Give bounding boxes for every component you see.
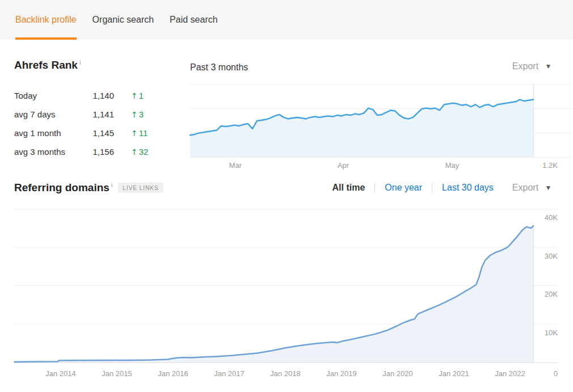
table-row: avg 1 month 1,145 ↑11 (14, 124, 166, 142)
x-axis-line (14, 363, 558, 363)
x-axis-label: Mar (229, 161, 242, 170)
y-axis-zero-label: 0 (554, 369, 558, 378)
arrow-up-icon: ↑ (131, 147, 138, 157)
arrow-up-icon: ↑ (131, 129, 138, 138)
y-axis-label: 10K (545, 328, 558, 337)
stat-change: ↑1 (131, 91, 166, 100)
ahrefs-rank-title-text: Ahrefs Rank (14, 59, 78, 71)
y-axis-label: 40K (545, 213, 558, 222)
stat-label: avg 7 days (14, 109, 85, 119)
tab-backlink-profile[interactable]: Backlink profile (15, 0, 77, 40)
x-axis-label: Jan 2022 (495, 369, 525, 378)
domains-history-svg[interactable] (14, 209, 533, 363)
time-range-filters: All time One year Last 30 days Export ▼ (332, 183, 550, 193)
section-tabbar: Backlink profile Organic search Paid sea… (0, 0, 573, 40)
filter-last-30-days[interactable]: Last 30 days (442, 183, 494, 193)
y-axis-label: 30K (545, 252, 558, 260)
y-axis-max-label: 1.2K (542, 161, 558, 170)
table-row: avg 7 days 1,141 ↑3 (14, 105, 166, 124)
filter-one-year[interactable]: One year (385, 183, 422, 193)
export-dropdown[interactable]: Export ▼ (512, 61, 550, 71)
ahrefs-rank-title: Ahrefs Ranki (14, 59, 81, 71)
divider (432, 183, 432, 193)
dashboard: Backlink profile Organic search Paid sea… (0, 0, 573, 392)
referring-domains-title-text: Referring domains (14, 182, 109, 193)
referring-domains-title: Referring domainsi (14, 182, 112, 194)
plot-right-border (533, 84, 534, 157)
stat-change: ↑32 (131, 147, 166, 157)
export-label: Export (512, 183, 538, 193)
gridline (190, 157, 571, 158)
stat-change-value: 1 (139, 91, 144, 100)
chevron-down-icon: ▼ (546, 64, 550, 69)
tab-organic-search[interactable]: Organic search (92, 0, 154, 40)
arrow-up-icon: ↑ (131, 110, 138, 119)
stat-value: 1,156 (85, 147, 114, 157)
stat-value: 1,140 (85, 91, 114, 100)
ahrefs-rank-table: Today 1,140 ↑1 avg 7 days 1,141 ↑3 avg 1… (14, 86, 166, 161)
arrow-up-icon: ↑ (131, 91, 138, 100)
chevron-down-icon: ▼ (546, 185, 550, 191)
y-axis-label: 20K (545, 290, 558, 298)
export-dropdown[interactable]: Export ▼ (512, 183, 550, 193)
stat-label: avg 3 months (14, 147, 85, 157)
referring-domains-header: Referring domainsi LIVE LINKS All time O… (14, 180, 550, 196)
stat-change-value: 11 (139, 128, 148, 138)
x-axis-label: Jan 2020 (382, 369, 413, 378)
x-axis-label: Jan 2015 (102, 369, 132, 378)
stat-value: 1,145 (85, 128, 114, 138)
rank-trend-svg[interactable] (190, 84, 533, 157)
domains-area-fill (14, 226, 533, 363)
x-axis-label: Jan 2019 (326, 369, 357, 378)
info-icon[interactable]: i (79, 59, 81, 66)
divider (374, 183, 375, 193)
table-row: Today 1,140 ↑1 (14, 86, 166, 105)
rank-area-fill (190, 100, 533, 157)
x-axis-label: Jan 2021 (439, 369, 469, 378)
table-row: avg 3 months 1,156 ↑32 (14, 142, 166, 161)
stat-label: Today (14, 91, 85, 100)
export-label: Export (512, 61, 538, 71)
x-axis-label: Jan 2016 (158, 369, 188, 378)
stat-change-value: 32 (139, 147, 149, 157)
x-axis-label: Jan 2018 (270, 369, 301, 378)
stat-change-value: 3 (139, 109, 144, 119)
live-links-badge: LIVE LINKS (118, 183, 163, 193)
stat-change: ↑3 (131, 109, 166, 119)
stat-value: 1,141 (85, 109, 114, 119)
tab-paid-search[interactable]: Paid search (170, 0, 218, 40)
x-axis-label: Jan 2017 (214, 369, 245, 378)
x-axis-label: May (445, 161, 460, 170)
stat-change: ↑11 (131, 128, 166, 138)
x-axis-label: Jan 2014 (45, 369, 76, 378)
rank-chart-title: Past 3 months (190, 62, 248, 73)
info-icon[interactable]: i (111, 182, 112, 188)
stat-label: avg 1 month (14, 128, 85, 138)
x-axis-label: Apr (338, 161, 349, 170)
filter-all-time[interactable]: All time (332, 183, 365, 193)
